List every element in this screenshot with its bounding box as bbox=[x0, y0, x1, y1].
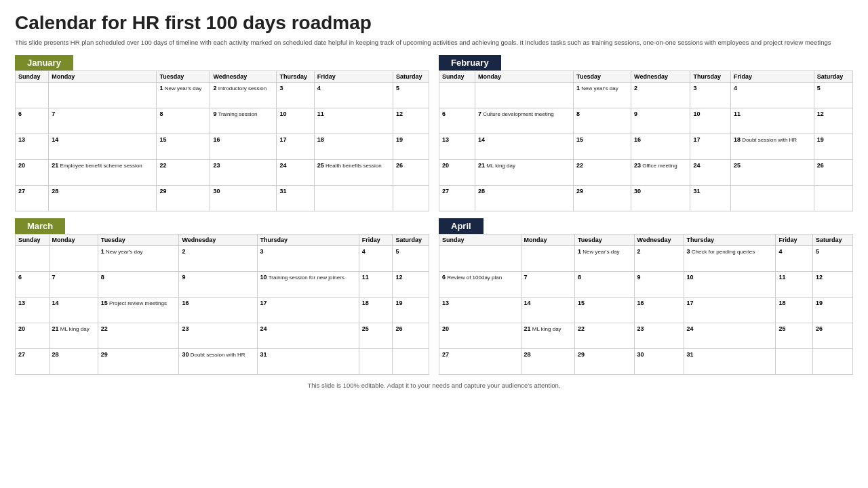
table-cell: 6 bbox=[439, 108, 475, 134]
february-calendar: February Sunday Monday Tuesday Wednesday… bbox=[439, 55, 853, 211]
table-row: 1 New year's day2345 bbox=[16, 246, 429, 272]
day-number: 31 bbox=[279, 188, 286, 195]
day-number: 5 bbox=[817, 85, 821, 92]
table-cell bbox=[359, 349, 393, 375]
day-number: 10 bbox=[279, 110, 286, 117]
table-cell: 16 bbox=[631, 134, 690, 160]
table-cell: 1 New year's day bbox=[574, 246, 634, 272]
table-cell: 29 bbox=[98, 349, 179, 375]
event-label: Doubt session with HR bbox=[189, 352, 245, 358]
col-fri-mar: Friday bbox=[359, 235, 393, 246]
event-label: Office meeting bbox=[641, 163, 677, 169]
day-number: 17 bbox=[279, 136, 286, 143]
day-number: 13 bbox=[442, 136, 449, 143]
day-number: 19 bbox=[816, 300, 823, 306]
table-cell: 1 New year's day bbox=[574, 83, 631, 108]
bottom-calendars-row: March Sunday Monday Tuesday Wednesday Th… bbox=[15, 218, 853, 375]
table-cell: 22 bbox=[98, 323, 179, 349]
table-cell: 16 bbox=[179, 298, 257, 323]
day-number: 23 bbox=[637, 325, 644, 332]
table-cell: 12 bbox=[393, 272, 429, 298]
day-number: 20 bbox=[18, 325, 25, 332]
january-header: January bbox=[15, 55, 73, 70]
table-row: 13141516171819 bbox=[16, 134, 429, 160]
day-number: 29 bbox=[578, 351, 585, 358]
day-number: 19 bbox=[396, 136, 403, 143]
table-cell: 17 bbox=[257, 298, 359, 323]
table-cell: 21 ML king day bbox=[49, 323, 98, 349]
day-number: 15 bbox=[578, 300, 585, 306]
event-label: New year's day bbox=[580, 85, 618, 92]
table-cell: 21 ML king day bbox=[475, 160, 573, 186]
day-number: 25 bbox=[317, 162, 324, 169]
april-table: Sunday Monday Tuesday Wednesday Thursday… bbox=[439, 234, 853, 375]
day-number: 21 bbox=[52, 162, 58, 169]
table-cell: 24 bbox=[257, 323, 359, 349]
day-number: 25 bbox=[362, 325, 369, 332]
table-row: 2728293031 bbox=[439, 186, 853, 211]
table-cell: 2 bbox=[634, 246, 684, 272]
day-number: 15 bbox=[576, 136, 583, 143]
day-number: 27 bbox=[18, 351, 25, 358]
table-cell: 14 bbox=[475, 134, 573, 160]
table-cell bbox=[314, 186, 393, 211]
table-cell: 22 bbox=[157, 160, 210, 186]
day-number: 2 bbox=[637, 248, 641, 255]
table-cell: 4 bbox=[314, 83, 393, 108]
event-label: Project review meetings bbox=[108, 300, 167, 306]
day-number: 16 bbox=[634, 136, 641, 143]
table-cell: 7 Culture development meeting bbox=[475, 108, 573, 134]
day-number: 29 bbox=[101, 351, 108, 358]
table-cell bbox=[393, 349, 429, 375]
day-number: 18 bbox=[778, 300, 785, 306]
day-number: 31 bbox=[687, 351, 694, 358]
table-cell: 13 bbox=[16, 134, 49, 160]
table-cell: 18 Doubt session with HR bbox=[730, 134, 814, 160]
day-number: 26 bbox=[816, 325, 823, 332]
table-row: 1 New year's day2 Introductory session34… bbox=[16, 83, 429, 108]
day-number: 24 bbox=[260, 325, 267, 332]
col-mon-jan: Monday bbox=[49, 71, 157, 83]
table-cell: 28 bbox=[49, 186, 157, 211]
day-number: 14 bbox=[524, 300, 531, 306]
day-number: 25 bbox=[734, 162, 741, 169]
day-number: 17 bbox=[260, 300, 267, 306]
col-sat-feb: Saturday bbox=[814, 71, 852, 83]
day-number: 21 bbox=[52, 325, 59, 332]
day-number: 22 bbox=[101, 325, 108, 332]
event-label: Check for pending queries bbox=[690, 249, 755, 255]
table-cell: 20 bbox=[16, 160, 49, 186]
day-number: 29 bbox=[159, 188, 166, 195]
day-number: 12 bbox=[396, 110, 403, 117]
col-wed-apr: Wednesday bbox=[634, 235, 684, 246]
event-label: Review of 100day plan bbox=[446, 274, 502, 281]
day-number: 30 bbox=[634, 188, 641, 195]
table-cell: 23 bbox=[210, 160, 277, 186]
subtitle-text: This slide presents HR plan scheduled ov… bbox=[15, 38, 853, 47]
day-number: 7 bbox=[52, 274, 56, 281]
table-row: 2728293031 bbox=[439, 349, 853, 375]
table-cell: 1 New year's day bbox=[157, 83, 210, 108]
table-cell bbox=[776, 349, 813, 375]
table-cell: 12 bbox=[814, 108, 852, 134]
day-number: 30 bbox=[637, 351, 644, 358]
day-number: 14 bbox=[52, 300, 59, 306]
col-mon-feb: Monday bbox=[475, 71, 573, 83]
col-sun-feb: Sunday bbox=[439, 71, 475, 83]
col-sat-apr: Saturday bbox=[813, 235, 853, 246]
col-wed-mar: Wednesday bbox=[179, 235, 257, 246]
table-cell: 19 bbox=[814, 134, 852, 160]
table-cell: 6 bbox=[16, 272, 50, 298]
day-number: 23 bbox=[634, 162, 641, 169]
event-label: Training session bbox=[216, 111, 257, 117]
day-number: 10 bbox=[260, 274, 267, 281]
day-number: 23 bbox=[213, 162, 220, 169]
table-cell: 13 bbox=[439, 298, 521, 323]
col-thu-mar: Thursday bbox=[257, 235, 359, 246]
table-cell: 14 bbox=[49, 298, 98, 323]
table-cell: 10 bbox=[684, 272, 776, 298]
table-cell bbox=[49, 246, 98, 272]
table-row: 6789 Training session101112 bbox=[16, 108, 429, 134]
table-row: 678910 Training session for new joiners1… bbox=[16, 272, 429, 298]
table-cell: 23 bbox=[634, 323, 684, 349]
